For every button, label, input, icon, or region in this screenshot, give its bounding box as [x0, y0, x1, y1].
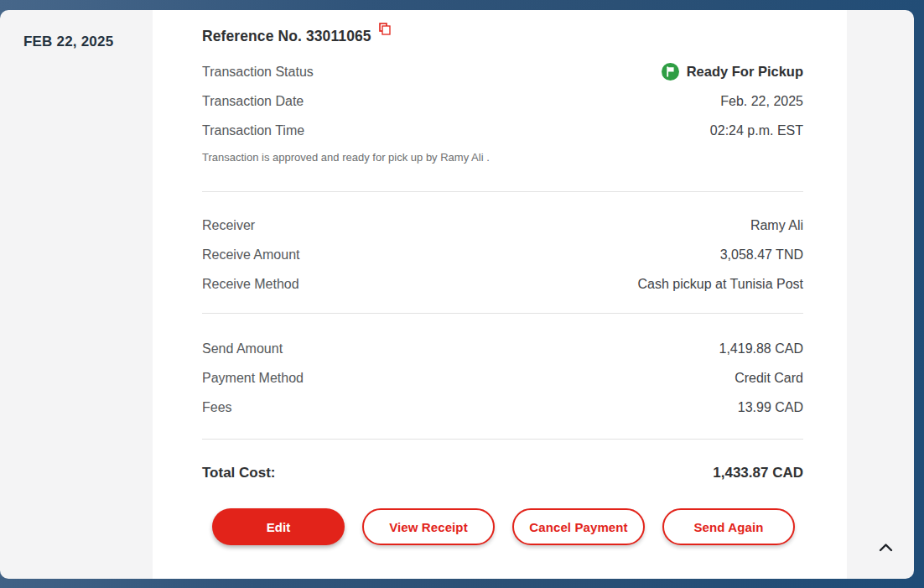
- receiver-row: Receiver Ramy Ali: [202, 211, 803, 240]
- view-receipt-button[interactable]: View Receipt: [362, 508, 495, 545]
- transaction-time-label: Transaction Time: [202, 123, 304, 138]
- payment-method-label: Payment Method: [202, 371, 304, 386]
- send-again-button[interactable]: Send Again: [662, 508, 795, 545]
- payment-method-value: Credit Card: [735, 371, 803, 386]
- status-text: Ready For Pickup: [687, 64, 803, 80]
- fees-label: Fees: [202, 400, 232, 415]
- chevron-up-icon: [879, 543, 893, 552]
- cancel-payment-button[interactable]: Cancel Payment: [512, 508, 645, 545]
- transaction-date-label: Transaction Date: [202, 94, 304, 109]
- page-background: FEB 22, 2025 Reference No. 33011065: [0, 0, 924, 588]
- edit-button[interactable]: Edit: [212, 508, 345, 545]
- flag-icon: [662, 63, 679, 81]
- fees-value: 13.99 CAD: [738, 400, 803, 415]
- payment-method-row: Payment Method Credit Card: [202, 363, 803, 393]
- send-amount-row: Send Amount 1,419.88 CAD: [202, 334, 803, 363]
- receive-method-label: Receive Method: [202, 277, 299, 292]
- transaction-time-value: 02:24 p.m. EST: [710, 123, 803, 138]
- send-amount-label: Send Amount: [202, 341, 283, 356]
- transaction-detail-card: Reference No. 33011065 Transaction Statu…: [153, 10, 847, 579]
- collapse-details-button[interactable]: [872, 533, 899, 560]
- transaction-date-group-label: FEB 22, 2025: [23, 34, 113, 50]
- receiver-value: Ramy Ali: [750, 218, 803, 233]
- transaction-date-value: Feb. 22, 2025: [720, 94, 803, 109]
- receive-amount-row: Receive Amount 3,058.47 TND: [202, 240, 803, 269]
- total-cost-label: Total Cost:: [202, 465, 276, 481]
- receiver-label: Receiver: [202, 218, 255, 233]
- fees-row: Fees 13.99 CAD: [202, 393, 803, 422]
- transaction-status-row: Transaction Status Ready For Pickup: [202, 57, 803, 86]
- total-cost-value: 1,433.87 CAD: [713, 465, 803, 481]
- transaction-date-row: Transaction Date Feb. 22, 2025: [202, 86, 803, 116]
- copy-reference-button[interactable]: [379, 23, 391, 35]
- transactions-panel: FEB 22, 2025 Reference No. 33011065: [0, 10, 914, 579]
- status-note: Transaction is approved and ready for pi…: [202, 151, 803, 164]
- receive-method-row: Receive Method Cash pickup at Tunisia Po…: [202, 269, 803, 299]
- reference-number: Reference No. 33011065: [202, 28, 371, 45]
- receive-method-value: Cash pickup at Tunisia Post: [638, 277, 803, 292]
- transaction-time-row: Transaction Time 02:24 p.m. EST: [202, 116, 803, 145]
- receive-amount-label: Receive Amount: [202, 247, 300, 263]
- receive-amount-value: 3,058.47 TND: [720, 247, 803, 263]
- transaction-status-value: Ready For Pickup: [662, 63, 803, 81]
- copy-icon: [379, 25, 391, 38]
- total-cost-row: Total Cost: 1,433.87 CAD: [202, 440, 803, 481]
- send-amount-value: 1,419.88 CAD: [719, 341, 803, 356]
- transaction-status-label: Transaction Status: [202, 65, 314, 80]
